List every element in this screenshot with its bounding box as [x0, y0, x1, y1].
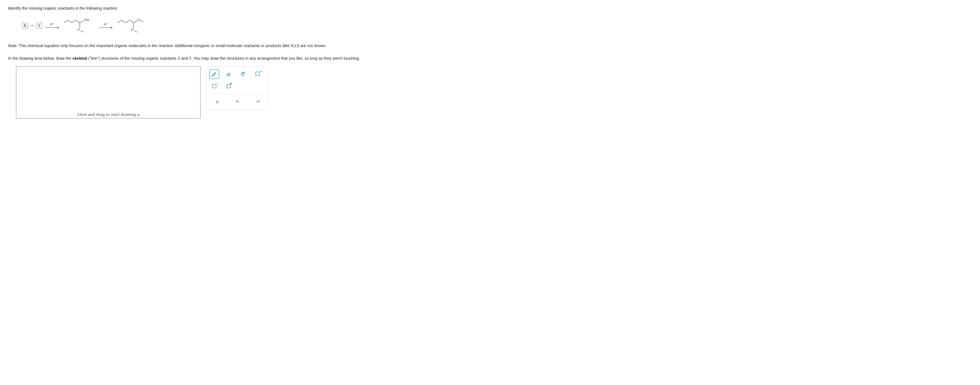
svg-line-12	[134, 31, 137, 32]
arrow-icon	[45, 26, 59, 29]
redo-icon	[255, 100, 260, 105]
product-structure: O O	[115, 17, 150, 35]
redo-button[interactable]	[253, 97, 262, 107]
arrow2-condition: H+	[104, 22, 107, 26]
eraser-tool[interactable]	[224, 69, 234, 79]
close-icon	[215, 100, 220, 104]
undo-button[interactable]	[233, 97, 242, 107]
instruction-text: In the drawing area below, draw the skel…	[8, 55, 972, 62]
tool-palette: + − ••	[207, 66, 269, 110]
arrow-icon	[99, 26, 113, 29]
note-text: Note: This chemical equation only focuse…	[8, 43, 972, 49]
arrow1-condition: H+	[50, 22, 54, 26]
eraser-icon	[226, 71, 232, 77]
plus-sign: +	[31, 23, 33, 28]
svg-text:O: O	[77, 28, 80, 31]
reaction-arrow-2: H+	[99, 22, 113, 29]
pencil-icon	[211, 71, 217, 77]
svg-text:O: O	[137, 18, 140, 22]
drawing-canvas[interactable]: Click and drag to start drawing a	[16, 66, 200, 118]
svg-line-2	[80, 21, 84, 23]
canvas-hint: Click and drag to start drawing a	[77, 112, 139, 117]
undo-icon	[235, 100, 240, 105]
intermediate-structure: OH O	[62, 17, 96, 35]
reactant-y-box: Y	[36, 23, 42, 29]
svg-line-8	[134, 21, 137, 23]
svg-marker-7	[111, 27, 113, 29]
question-prompt: Identify the missing organic reactants i…	[8, 6, 972, 11]
svg-text:OH: OH	[84, 18, 89, 22]
reactant-x-box: X	[22, 23, 28, 29]
square-radical-icon: ••	[227, 84, 231, 89]
clear-button[interactable]	[213, 97, 222, 107]
add-positive-charge-tool[interactable]: +	[253, 69, 262, 79]
add-negative-charge-tool[interactable]: −	[210, 82, 219, 91]
svg-marker-1	[57, 27, 59, 29]
svg-line-5	[80, 31, 84, 32]
reaction-scheme: X + Y H+ OH O H+ O O	[22, 17, 972, 35]
svg-text:O: O	[131, 28, 134, 31]
pencil-tool[interactable]	[210, 69, 219, 79]
hand-icon	[240, 71, 246, 77]
hand-tool[interactable]	[238, 69, 248, 79]
add-radical-tool[interactable]: ••	[224, 82, 234, 91]
reaction-arrow-1: H+	[45, 22, 59, 29]
square-minus-icon: −	[212, 84, 216, 89]
svg-line-10	[140, 20, 143, 22]
square-plus-icon: +	[256, 72, 259, 77]
